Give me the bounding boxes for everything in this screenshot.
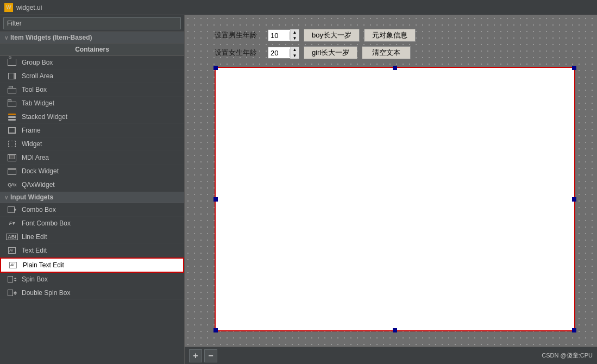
remove-button[interactable]: − — [204, 349, 217, 362]
item-widgets-header[interactable]: ∨ Item Widgets (Item-Based) — [0, 32, 184, 43]
tool-box-label: Tool Box — [22, 86, 47, 93]
control-row-2: 设置女生年龄 20 ▲ ▼ girl长大一岁 清空文本 — [215, 46, 416, 59]
sidebar-item-line-edit[interactable]: ABI Line Edit — [0, 230, 184, 244]
plain-text-edit-label: Plain Text Edit — [23, 261, 64, 269]
line-edit-label: Line Edit — [22, 233, 47, 241]
sidebar-item-frame[interactable]: Frame — [0, 124, 184, 137]
widget-list: ∨ Item Widgets (Item-Based) Containers G… — [0, 32, 184, 364]
girl-grow-button[interactable]: girl长大一岁 — [304, 46, 357, 59]
spin-box-label: Spin Box — [22, 275, 48, 283]
girl-age-label: 设置女生年龄 — [215, 48, 263, 58]
spinbox-up-arrow[interactable]: ▲ — [290, 29, 299, 35]
title-text: widget.ui — [16, 4, 42, 11]
canvas-area: 设置男生年龄 10 ▲ ▼ boy长大一岁 元对象信息 设置女生年龄 — [185, 15, 597, 364]
chevron-icon: ∨ — [4, 35, 8, 41]
girl-age-spinbox[interactable]: 20 ▲ ▼ — [268, 47, 299, 59]
combo-box-label: Combo Box — [22, 206, 56, 214]
input-widgets-header[interactable]: ∨ Input Widgets — [0, 192, 184, 203]
canvas-bottom-bar: + − CSDN @傻童:CPU — [185, 347, 597, 364]
qax-widget-icon: QAx — [7, 180, 17, 189]
girl-age-value: 20 — [268, 49, 290, 57]
controls-container: 设置男生年龄 10 ▲ ▼ boy长大一岁 元对象信息 设置女生年龄 — [215, 29, 416, 59]
selected-text-edit[interactable] — [215, 67, 575, 331]
control-row-1: 设置男生年龄 10 ▲ ▼ boy长大一岁 元对象信息 — [215, 29, 416, 42]
handle-top-left[interactable] — [213, 66, 218, 70]
sidebar: ∨ Item Widgets (Item-Based) Containers G… — [0, 15, 185, 364]
boy-age-value: 10 — [268, 32, 290, 40]
plain-text-edit-icon: AI — [8, 261, 18, 269]
tool-box-icon — [7, 85, 17, 94]
line-edit-icon: ABI — [7, 233, 17, 241]
meta-info-button[interactable]: 元对象信息 — [364, 29, 416, 42]
tab-widget-label: Tab Widget — [22, 99, 54, 107]
filter-bar — [0, 15, 184, 32]
sidebar-item-mdi-area[interactable]: MDI Area — [0, 151, 184, 165]
double-spin-box-label: Double Spin Box — [22, 289, 70, 297]
handle-bottom-right[interactable] — [572, 328, 576, 332]
sidebar-item-qax-widget[interactable]: QAx QAxWidget — [0, 178, 184, 192]
item-widgets-label: Item Widgets (Item-Based) — [10, 34, 92, 41]
input-widgets-label: Input Widgets — [10, 193, 53, 201]
sidebar-item-combo-box[interactable]: Combo Box — [0, 203, 184, 217]
girl-spinbox-up[interactable]: ▲ — [290, 47, 299, 53]
font-combo-box-label: Font Combo Box — [22, 219, 71, 227]
stacked-widget-icon — [7, 112, 17, 121]
app-icon: W — [4, 3, 13, 12]
sidebar-item-tab-widget[interactable]: Tab Widget — [0, 97, 184, 110]
boy-age-spinbox[interactable]: 10 ▲ ▼ — [268, 29, 299, 41]
mdi-area-label: MDI Area — [22, 154, 49, 161]
mdi-area-icon — [7, 153, 17, 162]
main-layout: ∨ Item Widgets (Item-Based) Containers G… — [0, 15, 597, 364]
input-chevron-icon: ∨ — [4, 194, 8, 200]
frame-icon — [7, 126, 17, 135]
sidebar-item-spin-box[interactable]: Spin Box — [0, 273, 184, 286]
sidebar-item-font-combo-box[interactable]: F▾ Font Combo Box — [0, 217, 184, 230]
boy-grow-button[interactable]: boy长大一岁 — [304, 29, 360, 42]
sidebar-item-double-spin-box[interactable]: Double Spin Box — [0, 286, 184, 300]
add-button[interactable]: + — [189, 349, 202, 362]
scroll-area-icon — [7, 72, 17, 80]
sidebar-item-dock-widget[interactable]: Dock Widget — [0, 165, 184, 178]
sidebar-item-group-box[interactable]: Group Box — [0, 56, 184, 70]
handle-mid-right[interactable] — [572, 197, 576, 202]
sidebar-item-scroll-area[interactable]: Scroll Area — [0, 70, 184, 83]
spinbox-arrows: ▲ ▼ — [290, 29, 299, 41]
containers-header: Containers — [0, 43, 184, 56]
frame-label: Frame — [22, 127, 41, 134]
widget-icon — [7, 140, 17, 148]
text-edit-label: Text Edit — [22, 247, 47, 254]
handle-top-right[interactable] — [572, 66, 576, 70]
sidebar-item-plain-text-edit[interactable]: AI Plain Text Edit — [0, 258, 184, 273]
handle-bottom-left[interactable] — [213, 328, 218, 332]
dock-widget-label: Dock Widget — [22, 167, 59, 175]
title-bar: W widget.ui — [0, 0, 597, 15]
girl-spinbox-down[interactable]: ▼ — [290, 53, 299, 59]
boy-age-label: 设置男生年龄 — [215, 30, 263, 40]
group-box-icon — [7, 58, 17, 67]
canvas-content[interactable]: 设置男生年龄 10 ▲ ▼ boy长大一岁 元对象信息 设置女生年龄 — [185, 15, 597, 364]
stacked-widget-label: Stacked Widget — [22, 113, 67, 121]
text-edit-icon: AI — [7, 246, 17, 255]
spin-box-icon — [7, 275, 17, 284]
girl-spinbox-arrows: ▲ ▼ — [290, 47, 299, 59]
clear-text-button[interactable]: 清空文本 — [362, 46, 411, 59]
scroll-area-label: Scroll Area — [22, 72, 53, 80]
watermark-text: CSDN @傻童:CPU — [542, 352, 593, 360]
sidebar-item-widget[interactable]: Widget — [0, 137, 184, 151]
handle-top-center[interactable] — [393, 66, 397, 70]
double-spin-box-icon — [7, 288, 17, 297]
font-combo-box-icon: F▾ — [7, 219, 17, 228]
qax-widget-label: QAxWidget — [22, 181, 55, 189]
group-box-label: Group Box — [22, 59, 53, 66]
widget-label: Widget — [22, 140, 42, 148]
filter-input[interactable] — [3, 17, 181, 29]
spinbox-down-arrow[interactable]: ▼ — [290, 35, 299, 41]
handle-mid-left[interactable] — [213, 197, 218, 202]
combo-box-icon — [7, 205, 17, 214]
handle-bottom-center[interactable] — [393, 328, 397, 332]
dock-widget-icon — [7, 167, 17, 175]
tab-widget-icon — [7, 99, 17, 108]
sidebar-item-tool-box[interactable]: Tool Box — [0, 83, 184, 97]
sidebar-item-stacked-widget[interactable]: Stacked Widget — [0, 110, 184, 124]
sidebar-item-text-edit[interactable]: AI Text Edit — [0, 244, 184, 258]
